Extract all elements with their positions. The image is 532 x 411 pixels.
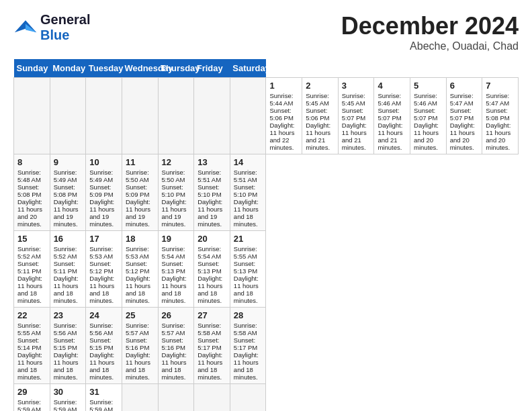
day-info: and 18 minutes.: [89, 366, 118, 381]
day-info: Sunrise: 5:50 AM: [126, 169, 154, 183]
day-info: and 19 minutes.: [54, 213, 83, 228]
day-number: 31: [89, 387, 118, 397]
calendar-cell: 13Sunrise: 5:51 AMSunset: 5:10 PMDayligh…: [194, 154, 230, 231]
main-container: General Blue December 2024 Abeche, Ouada…: [0, 0, 532, 411]
day-info: Sunset: 5:17 PM: [234, 336, 263, 351]
day-info: and 20 minutes.: [486, 136, 515, 151]
day-info: and 19 minutes.: [89, 213, 118, 228]
day-info: Sunset: 5:17 PM: [197, 336, 226, 351]
day-info: Sunrise: 5:59 AM: [54, 398, 83, 411]
calendar-cell: 23Sunrise: 5:56 AMSunset: 5:15 PMDayligh…: [50, 308, 86, 384]
day-info: Daylight: 11 hours: [54, 275, 83, 289]
calendar-cell: [86, 78, 122, 154]
week-row-1: 1Sunrise: 5:44 AMSunset: 5:06 PMDaylight…: [14, 78, 519, 154]
calendar-cell: 21Sunrise: 5:55 AMSunset: 5:13 PMDayligh…: [230, 231, 266, 308]
day-info: and 18 minutes.: [197, 366, 226, 381]
day-info: and 18 minutes.: [126, 289, 154, 304]
day-info: Sunset: 5:07 PM: [414, 107, 443, 122]
calendar-cell: 30Sunrise: 5:59 AMSunset: 5:18 PMDayligh…: [50, 384, 86, 412]
day-info: Sunrise: 5:45 AM: [306, 92, 335, 107]
day-info: Sunset: 5:10 PM: [234, 183, 263, 198]
day-info: Sunrise: 5:55 AM: [17, 322, 46, 336]
calendar-cell: 24Sunrise: 5:56 AMSunset: 5:15 PMDayligh…: [86, 308, 122, 384]
calendar-cell: [158, 384, 194, 412]
day-info: Sunrise: 5:55 AM: [234, 245, 263, 260]
day-info: Daylight: 11 hours: [162, 198, 191, 213]
day-info: Daylight: 11 hours: [89, 198, 118, 213]
day-info: Sunset: 5:09 PM: [89, 183, 118, 198]
calendar-table: SundayMondayTuesdayWednesdayThursdayFrid…: [13, 59, 519, 411]
day-info: Sunset: 5:15 PM: [54, 336, 83, 351]
day-info: Sunset: 5:16 PM: [126, 336, 154, 351]
day-info: and 18 minutes.: [17, 289, 46, 304]
day-info: Daylight: 11 hours: [126, 351, 154, 366]
day-info: Daylight: 11 hours: [234, 198, 263, 213]
day-info: Daylight: 11 hours: [17, 351, 46, 366]
calendar-cell: [14, 78, 50, 154]
calendar-cell: [230, 78, 266, 154]
calendar-cell: [194, 78, 230, 154]
day-info: and 18 minutes.: [126, 366, 154, 381]
col-header-sunday: Sunday: [14, 59, 50, 78]
day-info: Sunset: 5:07 PM: [342, 107, 371, 122]
calendar-cell: 25Sunrise: 5:57 AMSunset: 5:16 PMDayligh…: [122, 308, 158, 384]
day-number: 5: [414, 81, 443, 91]
day-info: and 21 minutes.: [306, 136, 335, 151]
location: Abeche, Ouadai, Chad: [341, 40, 519, 52]
day-info: and 19 minutes.: [197, 213, 226, 228]
day-info: Daylight: 11 hours: [197, 275, 226, 289]
calendar-cell: 8Sunrise: 5:48 AMSunset: 5:08 PMDaylight…: [14, 154, 50, 231]
calendar-cell: [158, 78, 194, 154]
day-info: and 19 minutes.: [162, 213, 191, 228]
day-number: 6: [450, 81, 479, 91]
calendar-cell: 26Sunrise: 5:57 AMSunset: 5:16 PMDayligh…: [158, 308, 194, 384]
calendar-cell: 10Sunrise: 5:49 AMSunset: 5:09 PMDayligh…: [86, 154, 122, 231]
day-info: Sunset: 5:08 PM: [17, 183, 46, 198]
calendar-cell: 29Sunrise: 5:59 AMSunset: 5:18 PMDayligh…: [14, 384, 50, 412]
day-number: 20: [197, 234, 226, 244]
day-info: Daylight: 11 hours: [162, 275, 191, 289]
day-number: 3: [342, 81, 371, 91]
day-number: 22: [17, 310, 46, 320]
day-info: and 18 minutes.: [89, 289, 118, 304]
day-info: Daylight: 11 hours: [17, 198, 46, 213]
day-info: and 18 minutes.: [54, 366, 83, 381]
day-info: Sunrise: 5:51 AM: [197, 169, 226, 183]
day-info: Sunrise: 5:56 AM: [89, 322, 118, 336]
day-info: and 18 minutes.: [234, 366, 263, 381]
day-number: 19: [162, 234, 191, 244]
day-number: 17: [89, 234, 118, 244]
day-info: and 18 minutes.: [234, 289, 263, 304]
day-number: 10: [89, 157, 118, 167]
calendar-cell: 2Sunrise: 5:45 AMSunset: 5:06 PMDaylight…: [302, 78, 339, 154]
calendar-cell: 14Sunrise: 5:51 AMSunset: 5:10 PMDayligh…: [230, 154, 266, 231]
day-info: and 18 minutes.: [234, 213, 263, 228]
day-info: Sunset: 5:12 PM: [89, 260, 118, 275]
calendar-cell: [194, 384, 230, 412]
day-info: Daylight: 11 hours: [486, 122, 515, 136]
day-number: 28: [234, 310, 263, 320]
day-number: 11: [126, 157, 154, 167]
day-info: and 21 minutes.: [378, 136, 406, 151]
calendar-cell: 9Sunrise: 5:49 AMSunset: 5:08 PMDaylight…: [50, 154, 86, 231]
calendar-cell: 17Sunrise: 5:53 AMSunset: 5:12 PMDayligh…: [86, 231, 122, 308]
calendar-cell: [230, 384, 266, 412]
title-block: December 2024 Abeche, Ouadai, Chad: [341, 12, 519, 52]
day-number: 4: [378, 81, 406, 91]
day-info: Sunrise: 5:54 AM: [162, 245, 191, 260]
day-info: Sunrise: 5:46 AM: [414, 92, 443, 107]
day-info: Daylight: 11 hours: [89, 351, 118, 366]
day-number: 27: [197, 310, 226, 320]
day-info: Sunset: 5:13 PM: [162, 260, 191, 275]
day-info: Sunrise: 5:51 AM: [234, 169, 263, 183]
calendar-cell: 7Sunrise: 5:47 AMSunset: 5:08 PMDaylight…: [482, 78, 519, 154]
day-number: 24: [89, 310, 118, 320]
day-info: Sunrise: 5:57 AM: [162, 322, 191, 336]
day-info: Sunset: 5:09 PM: [126, 183, 154, 198]
calendar-cell: 28Sunrise: 5:58 AMSunset: 5:17 PMDayligh…: [230, 308, 266, 384]
header: General Blue December 2024 Abeche, Ouada…: [13, 12, 519, 52]
day-number: 25: [126, 310, 154, 320]
day-info: Sunrise: 5:57 AM: [126, 322, 154, 336]
day-info: Sunrise: 5:52 AM: [17, 245, 46, 260]
day-info: Sunset: 5:07 PM: [378, 107, 406, 122]
